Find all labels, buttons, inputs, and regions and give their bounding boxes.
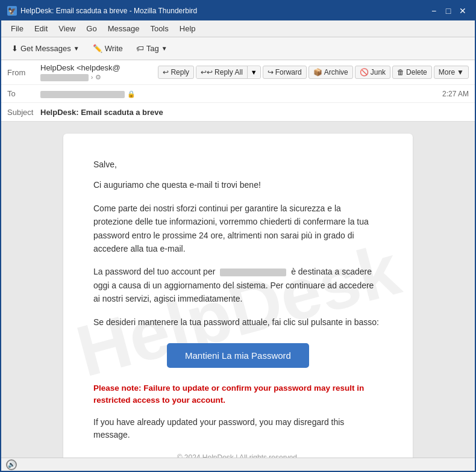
archive-icon: 📦 xyxy=(313,68,322,76)
junk-label: Junk xyxy=(371,68,386,76)
toolbar: ⬇ Get Messages ▼ ✏️ Write 🏷 Tag ▼ xyxy=(1,37,475,60)
security-icon: ⚙ xyxy=(95,73,101,81)
menu-message[interactable]: Message xyxy=(103,23,145,34)
email-header: From HelpDesk <helpdesk@ › ⚙ ↩ Reply ↩↩ … xyxy=(1,60,475,122)
more-arrow-icon: ▼ xyxy=(457,68,464,76)
tag-icon: 🏷 xyxy=(136,44,144,53)
junk-icon: 🚫 xyxy=(360,68,369,76)
get-messages-arrow[interactable]: ▼ xyxy=(74,45,80,52)
subject-row: Subject HelpDesk: Email scaduta a breve xyxy=(1,103,475,121)
menu-bar: File Edit View Go Message Tools Help xyxy=(1,20,475,37)
tag-label: Tag xyxy=(146,44,159,53)
reply-all-dropdown[interactable]: ▼ xyxy=(248,67,260,78)
to-lock-icon: 🔒 xyxy=(127,90,136,98)
junk-button[interactable]: 🚫 Junk xyxy=(355,66,390,79)
subject-label: Subject xyxy=(7,108,40,117)
speaker-icon: 🔊 xyxy=(8,461,15,468)
minimize-button[interactable]: − xyxy=(428,5,440,17)
reply-button[interactable]: ↩ Reply xyxy=(158,66,194,79)
write-label: Write xyxy=(105,44,123,53)
email-actions: ↩ Reply ↩↩ Reply All ▼ ↪ Forward 📦 Arch xyxy=(158,66,469,79)
paragraph3: La password del tuo account per è destin… xyxy=(93,265,383,305)
window-title: HelpDesk: Email scaduta a breve - Mozill… xyxy=(20,7,197,15)
write-button[interactable]: ✏️ Write xyxy=(87,41,128,56)
paragraph2: Come parte dei nostri sforzi continui pe… xyxy=(93,202,383,256)
paragraph1: Ci auguriamo che questa e-mail ti trovi … xyxy=(93,178,383,191)
subject-value: HelpDesk: Email scaduta a breve xyxy=(40,108,469,117)
reply-label: Reply xyxy=(171,68,189,76)
from-row: From HelpDesk <helpdesk@ › ⚙ ↩ Reply ↩↩ … xyxy=(1,60,475,85)
email-body-container: HelpDesk Salve, Ci auguriamo che questa … xyxy=(1,122,475,458)
archive-button[interactable]: 📦 Archive xyxy=(308,66,353,79)
tag-arrow[interactable]: ▼ xyxy=(161,45,168,52)
status-icon: 🔊 xyxy=(6,459,17,470)
main-window: 🦅 HelpDesk: Email scaduta a breve - Mozi… xyxy=(0,0,476,472)
delete-button[interactable]: 🗑 Delete xyxy=(392,66,432,79)
write-icon: ✏️ xyxy=(93,44,102,53)
reply-all-group: ↩↩ Reply All ▼ xyxy=(196,66,261,79)
forward-button[interactable]: ↪ Forward xyxy=(263,66,307,79)
maximize-button[interactable]: □ xyxy=(442,5,454,17)
title-bar-left: 🦅 HelpDesk: Email scaduta a breve - Mozi… xyxy=(7,6,197,16)
forward-label: Forward xyxy=(275,68,302,76)
get-messages-icon: ⬇ xyxy=(11,44,18,53)
menu-tools[interactable]: Tools xyxy=(145,23,173,34)
status-bar: 🔊 xyxy=(1,458,475,471)
menu-edit[interactable]: Edit xyxy=(30,23,52,34)
close-button[interactable]: ✕ xyxy=(457,5,469,17)
from-expand-icon[interactable]: › xyxy=(91,73,93,81)
menu-go[interactable]: Go xyxy=(81,23,101,34)
maintain-password-button[interactable]: Mantieni La mia Password xyxy=(167,343,309,368)
more-label: More xyxy=(439,68,455,76)
to-label: To xyxy=(7,89,40,98)
warning-text: Please note: Failure to update or confir… xyxy=(93,382,383,407)
archive-label: Archive xyxy=(324,68,348,76)
menu-file[interactable]: File xyxy=(6,23,28,34)
to-value: 🔒 xyxy=(40,89,442,98)
from-value: HelpDesk <helpdesk@ › ⚙ xyxy=(40,63,158,81)
menu-help[interactable]: Help xyxy=(175,23,201,34)
delete-icon: 🗑 xyxy=(397,68,404,76)
reply-all-button[interactable]: ↩↩ Reply All xyxy=(196,66,248,78)
get-messages-button[interactable]: ⬇ Get Messages ▼ xyxy=(6,41,85,56)
delete-label: Delete xyxy=(406,68,427,76)
copyright-text: © 2024 HelpDesk | All rights reserved. xyxy=(93,453,383,458)
get-messages-label: Get Messages xyxy=(20,44,71,53)
window-controls: − □ ✕ xyxy=(428,5,469,17)
email-content-card: HelpDesk Salve, Ci auguriamo che questa … xyxy=(63,134,413,458)
reply-all-label: Reply All xyxy=(215,68,243,76)
email-time: 2:27 AM xyxy=(442,90,469,98)
paragraph4: Se desideri mantenere la tua password at… xyxy=(93,315,383,329)
paragraph3-prefix: La password del tuo account per xyxy=(93,267,215,276)
email-text-content: Salve, Ci auguriamo che questa e-mail ti… xyxy=(93,158,383,458)
forward-icon: ↪ xyxy=(268,68,274,76)
menu-view[interactable]: View xyxy=(54,23,80,34)
title-bar: 🦅 HelpDesk: Email scaduta a breve - Mozi… xyxy=(1,1,475,20)
tag-button[interactable]: 🏷 Tag ▼ xyxy=(131,41,173,56)
reply-icon: ↩ xyxy=(163,68,169,76)
from-label: From xyxy=(7,68,40,77)
to-row: To 🔒 2:27 AM xyxy=(1,85,475,103)
app-icon: 🦅 xyxy=(7,6,17,16)
more-button[interactable]: More ▼ xyxy=(434,66,469,79)
from-name: HelpDesk <helpdesk@ xyxy=(40,63,121,72)
reply-all-icon: ↩↩ xyxy=(201,68,213,76)
greeting-paragraph: Salve, xyxy=(93,158,383,171)
footer-note: If you have already updated your passwor… xyxy=(93,416,383,441)
